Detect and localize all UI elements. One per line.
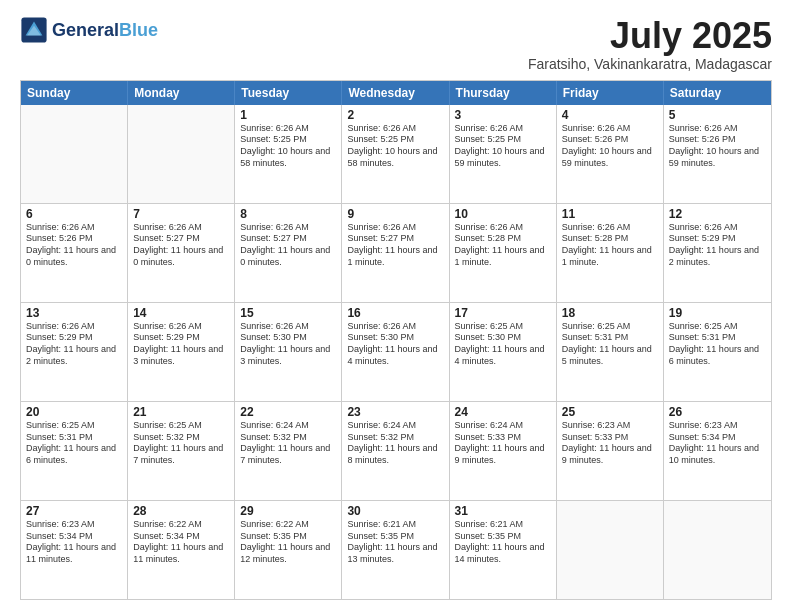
calendar: Sunday Monday Tuesday Wednesday Thursday…	[20, 80, 772, 600]
day-friday: Friday	[557, 81, 664, 105]
calendar-cell: 12Sunrise: 6:26 AM Sunset: 5:29 PM Dayli…	[664, 204, 771, 302]
day-saturday: Saturday	[664, 81, 771, 105]
day-number: 18	[562, 306, 658, 320]
cell-info: Sunrise: 6:23 AM Sunset: 5:34 PM Dayligh…	[26, 519, 122, 566]
cell-info: Sunrise: 6:24 AM Sunset: 5:33 PM Dayligh…	[455, 420, 551, 467]
cell-info: Sunrise: 6:26 AM Sunset: 5:26 PM Dayligh…	[669, 123, 766, 170]
calendar-cell: 14Sunrise: 6:26 AM Sunset: 5:29 PM Dayli…	[128, 303, 235, 401]
calendar-cell: 8Sunrise: 6:26 AM Sunset: 5:27 PM Daylig…	[235, 204, 342, 302]
page: GeneralBlue July 2025 Faratsiho, Vakinan…	[0, 0, 792, 612]
day-thursday: Thursday	[450, 81, 557, 105]
calendar-cell: 1Sunrise: 6:26 AM Sunset: 5:25 PM Daylig…	[235, 105, 342, 203]
cell-info: Sunrise: 6:26 AM Sunset: 5:28 PM Dayligh…	[562, 222, 658, 269]
day-number: 24	[455, 405, 551, 419]
cell-info: Sunrise: 6:24 AM Sunset: 5:32 PM Dayligh…	[347, 420, 443, 467]
day-number: 4	[562, 108, 658, 122]
day-number: 5	[669, 108, 766, 122]
calendar-cell: 21Sunrise: 6:25 AM Sunset: 5:32 PM Dayli…	[128, 402, 235, 500]
day-number: 12	[669, 207, 766, 221]
cell-info: Sunrise: 6:26 AM Sunset: 5:27 PM Dayligh…	[133, 222, 229, 269]
day-number: 16	[347, 306, 443, 320]
cell-info: Sunrise: 6:21 AM Sunset: 5:35 PM Dayligh…	[347, 519, 443, 566]
day-number: 9	[347, 207, 443, 221]
main-title: July 2025	[528, 16, 772, 56]
calendar-cell	[664, 501, 771, 599]
cell-info: Sunrise: 6:26 AM Sunset: 5:26 PM Dayligh…	[562, 123, 658, 170]
day-wednesday: Wednesday	[342, 81, 449, 105]
day-number: 17	[455, 306, 551, 320]
calendar-cell: 2Sunrise: 6:26 AM Sunset: 5:25 PM Daylig…	[342, 105, 449, 203]
day-number: 27	[26, 504, 122, 518]
logo-text: GeneralBlue	[52, 21, 158, 39]
cell-info: Sunrise: 6:22 AM Sunset: 5:34 PM Dayligh…	[133, 519, 229, 566]
logo-blue: Blue	[119, 20, 158, 40]
calendar-cell: 22Sunrise: 6:24 AM Sunset: 5:32 PM Dayli…	[235, 402, 342, 500]
calendar-cell: 25Sunrise: 6:23 AM Sunset: 5:33 PM Dayli…	[557, 402, 664, 500]
day-number: 20	[26, 405, 122, 419]
cell-info: Sunrise: 6:25 AM Sunset: 5:30 PM Dayligh…	[455, 321, 551, 368]
day-number: 15	[240, 306, 336, 320]
calendar-cell: 27Sunrise: 6:23 AM Sunset: 5:34 PM Dayli…	[21, 501, 128, 599]
calendar-cell: 26Sunrise: 6:23 AM Sunset: 5:34 PM Dayli…	[664, 402, 771, 500]
calendar-cell: 5Sunrise: 6:26 AM Sunset: 5:26 PM Daylig…	[664, 105, 771, 203]
cell-info: Sunrise: 6:26 AM Sunset: 5:26 PM Dayligh…	[26, 222, 122, 269]
calendar-cell: 30Sunrise: 6:21 AM Sunset: 5:35 PM Dayli…	[342, 501, 449, 599]
logo: GeneralBlue	[20, 16, 158, 44]
calendar-cell: 3Sunrise: 6:26 AM Sunset: 5:25 PM Daylig…	[450, 105, 557, 203]
cell-info: Sunrise: 6:26 AM Sunset: 5:29 PM Dayligh…	[669, 222, 766, 269]
day-number: 2	[347, 108, 443, 122]
day-number: 31	[455, 504, 551, 518]
calendar-cell	[557, 501, 664, 599]
cell-info: Sunrise: 6:26 AM Sunset: 5:29 PM Dayligh…	[26, 321, 122, 368]
calendar-header: Sunday Monday Tuesday Wednesday Thursday…	[21, 81, 771, 105]
calendar-cell: 23Sunrise: 6:24 AM Sunset: 5:32 PM Dayli…	[342, 402, 449, 500]
calendar-cell: 28Sunrise: 6:22 AM Sunset: 5:34 PM Dayli…	[128, 501, 235, 599]
calendar-cell: 11Sunrise: 6:26 AM Sunset: 5:28 PM Dayli…	[557, 204, 664, 302]
calendar-cell: 31Sunrise: 6:21 AM Sunset: 5:35 PM Dayli…	[450, 501, 557, 599]
calendar-cell: 16Sunrise: 6:26 AM Sunset: 5:30 PM Dayli…	[342, 303, 449, 401]
subtitle: Faratsiho, Vakinankaratra, Madagascar	[528, 56, 772, 72]
calendar-cell: 18Sunrise: 6:25 AM Sunset: 5:31 PM Dayli…	[557, 303, 664, 401]
day-number: 8	[240, 207, 336, 221]
calendar-week-2: 6Sunrise: 6:26 AM Sunset: 5:26 PM Daylig…	[21, 203, 771, 302]
calendar-week-5: 27Sunrise: 6:23 AM Sunset: 5:34 PM Dayli…	[21, 500, 771, 599]
cell-info: Sunrise: 6:26 AM Sunset: 5:29 PM Dayligh…	[133, 321, 229, 368]
calendar-cell: 10Sunrise: 6:26 AM Sunset: 5:28 PM Dayli…	[450, 204, 557, 302]
day-number: 3	[455, 108, 551, 122]
day-number: 1	[240, 108, 336, 122]
cell-info: Sunrise: 6:26 AM Sunset: 5:25 PM Dayligh…	[240, 123, 336, 170]
cell-info: Sunrise: 6:26 AM Sunset: 5:27 PM Dayligh…	[347, 222, 443, 269]
cell-info: Sunrise: 6:26 AM Sunset: 5:25 PM Dayligh…	[347, 123, 443, 170]
day-sunday: Sunday	[21, 81, 128, 105]
cell-info: Sunrise: 6:23 AM Sunset: 5:34 PM Dayligh…	[669, 420, 766, 467]
cell-info: Sunrise: 6:25 AM Sunset: 5:31 PM Dayligh…	[669, 321, 766, 368]
cell-info: Sunrise: 6:26 AM Sunset: 5:30 PM Dayligh…	[240, 321, 336, 368]
cell-info: Sunrise: 6:26 AM Sunset: 5:28 PM Dayligh…	[455, 222, 551, 269]
day-tuesday: Tuesday	[235, 81, 342, 105]
day-number: 13	[26, 306, 122, 320]
day-number: 21	[133, 405, 229, 419]
cell-info: Sunrise: 6:25 AM Sunset: 5:32 PM Dayligh…	[133, 420, 229, 467]
day-number: 25	[562, 405, 658, 419]
cell-info: Sunrise: 6:25 AM Sunset: 5:31 PM Dayligh…	[562, 321, 658, 368]
cell-info: Sunrise: 6:26 AM Sunset: 5:30 PM Dayligh…	[347, 321, 443, 368]
calendar-cell: 24Sunrise: 6:24 AM Sunset: 5:33 PM Dayli…	[450, 402, 557, 500]
day-number: 28	[133, 504, 229, 518]
calendar-cell: 7Sunrise: 6:26 AM Sunset: 5:27 PM Daylig…	[128, 204, 235, 302]
day-number: 14	[133, 306, 229, 320]
title-block: July 2025 Faratsiho, Vakinankaratra, Mad…	[528, 16, 772, 72]
calendar-cell: 29Sunrise: 6:22 AM Sunset: 5:35 PM Dayli…	[235, 501, 342, 599]
calendar-cell: 6Sunrise: 6:26 AM Sunset: 5:26 PM Daylig…	[21, 204, 128, 302]
cell-info: Sunrise: 6:26 AM Sunset: 5:27 PM Dayligh…	[240, 222, 336, 269]
day-number: 11	[562, 207, 658, 221]
calendar-week-3: 13Sunrise: 6:26 AM Sunset: 5:29 PM Dayli…	[21, 302, 771, 401]
calendar-cell	[21, 105, 128, 203]
day-number: 19	[669, 306, 766, 320]
calendar-cell: 9Sunrise: 6:26 AM Sunset: 5:27 PM Daylig…	[342, 204, 449, 302]
header: GeneralBlue July 2025 Faratsiho, Vakinan…	[20, 16, 772, 72]
day-number: 26	[669, 405, 766, 419]
calendar-cell: 4Sunrise: 6:26 AM Sunset: 5:26 PM Daylig…	[557, 105, 664, 203]
calendar-cell: 15Sunrise: 6:26 AM Sunset: 5:30 PM Dayli…	[235, 303, 342, 401]
cell-info: Sunrise: 6:24 AM Sunset: 5:32 PM Dayligh…	[240, 420, 336, 467]
logo-icon	[20, 16, 48, 44]
